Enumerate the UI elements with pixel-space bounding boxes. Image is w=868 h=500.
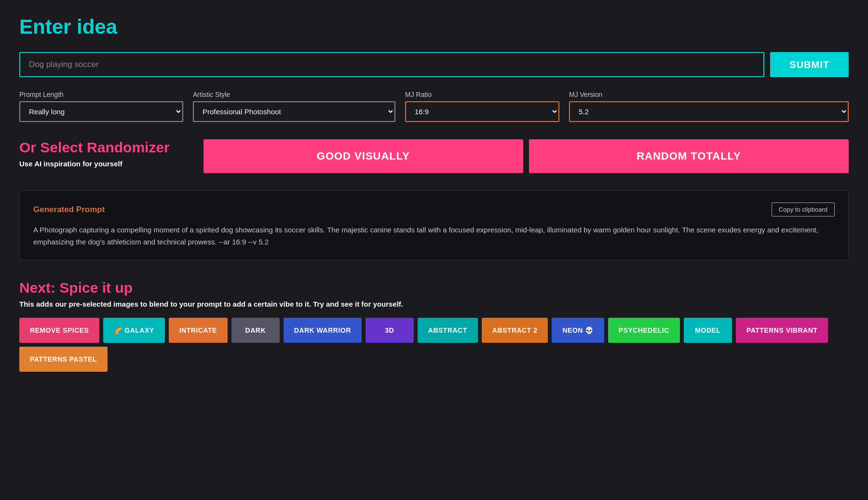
artistic-style-group: Artistic Style Professional Photoshoot D… [193,91,395,122]
prompt-length-label: Prompt Length [19,91,183,98]
spice-subtitle: This adds our pre-selected images to ble… [19,300,849,308]
spice-button-7[interactable]: ABSTRACT 2 [482,318,548,343]
mj-ratio-group: MJ Ratio 1:1 4:3 16:9 9:16 3:2 [405,91,559,122]
spice-button-1[interactable]: 🌈 GALAXY [103,318,164,343]
mj-version-select[interactable]: 4 5 5.1 5.2 6 [569,101,849,122]
spice-button-12[interactable]: PATTERNS PASTEL [19,347,108,372]
mj-ratio-label: MJ Ratio [405,91,559,98]
mj-ratio-select[interactable]: 1:1 4:3 16:9 9:16 3:2 [405,101,559,122]
randomizer-subtitle: Use AI inspiration for yourself [19,160,170,168]
generated-prompt-box: Generated Prompt Copy to clipboard A Pho… [19,190,849,260]
randomizer-section: Or Select Randomizer Use AI inspiration … [19,139,849,173]
spice-title-plain: Next: [19,280,59,296]
spice-button-2[interactable]: INTRICATE [169,318,228,343]
spice-title: Next: Spice it up [19,280,849,296]
spice-button-4[interactable]: DARK WARRIOR [284,318,362,343]
spice-button-10[interactable]: MODEL [684,318,732,343]
idea-row: SUBMIT [19,52,849,77]
generated-prompt-header: Generated Prompt Copy to clipboard [33,203,835,216]
artistic-style-label: Artistic Style [193,91,395,98]
random-totally-button[interactable]: RANDOM TOTALLY [529,139,849,173]
generated-prompt-text: A Photograph capturing a compelling mome… [33,224,835,248]
randomizer-heading-highlight: Select Randomizer [40,139,169,155]
page-title: Enter idea [19,15,849,39]
submit-button[interactable]: SUBMIT [770,52,849,77]
randomizer-heading-plain: Or [19,139,40,155]
mj-version-group: MJ Version 4 5 5.1 5.2 6 [569,91,849,122]
generated-prompt-label: Generated Prompt [33,205,105,215]
controls-row: Prompt Length Short Medium Long Really l… [19,91,849,122]
spice-buttons-row: REMOVE SPICES🌈 GALAXYINTRICATEDARKDARK W… [19,318,849,372]
randomizer-title-area: Or Select Randomizer Use AI inspiration … [19,139,170,168]
spice-button-8[interactable]: NEON 💀 [552,318,604,343]
spice-title-highlight: Spice it up [59,280,133,296]
spice-section: Next: Spice it up This adds our pre-sele… [19,280,849,372]
spice-button-0[interactable]: REMOVE SPICES [19,318,99,343]
copy-to-clipboard-button[interactable]: Copy to clipboard [772,203,835,216]
good-visually-button[interactable]: GOOD VISUALLY [203,139,523,173]
spice-button-9[interactable]: PSYCHEDELIC [608,318,680,343]
artistic-style-select[interactable]: Professional Photoshoot Digital Art Oil … [193,101,395,122]
mj-version-label: MJ Version [569,91,849,98]
spice-button-3[interactable]: DARK [231,318,280,343]
spice-button-6[interactable]: ABSTRACT [418,318,478,343]
randomizer-heading: Or Select Randomizer [19,139,170,156]
prompt-length-group: Prompt Length Short Medium Long Really l… [19,91,183,122]
spice-button-11[interactable]: PATTERNS VIBRANT [736,318,828,343]
randomizer-buttons: GOOD VISUALLY RANDOM TOTALLY [203,139,849,173]
prompt-length-select[interactable]: Short Medium Long Really long [19,101,183,122]
spice-button-5[interactable]: 3D [366,318,414,343]
idea-input[interactable] [19,52,764,77]
